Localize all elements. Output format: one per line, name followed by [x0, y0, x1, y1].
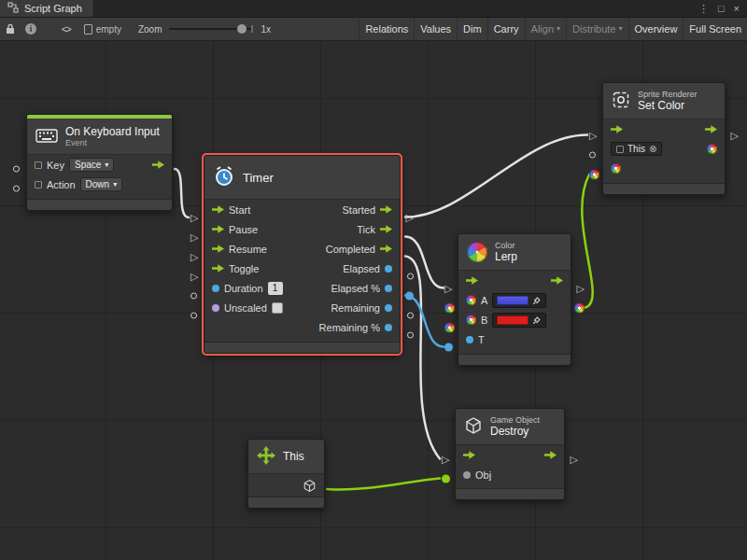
- pause-flow-in[interactable]: [212, 224, 224, 234]
- target-ext-port[interactable]: [589, 152, 596, 159]
- start-ext-port[interactable]: ▷: [190, 213, 198, 223]
- graph-canvas[interactable]: On Keyboard Input Event Key Space▾ Actio…: [0, 41, 747, 560]
- flow-out-ext-port[interactable]: ▷: [731, 131, 739, 141]
- overview-button[interactable]: Overview: [628, 18, 684, 40]
- toggle-flow-in[interactable]: [212, 263, 224, 273]
- elapsed-pct-value-out[interactable]: [385, 285, 392, 292]
- lock-icon[interactable]: [0, 18, 21, 40]
- started-flow-out[interactable]: [380, 204, 392, 215]
- duration-ext-port[interactable]: [190, 293, 197, 300]
- action-dropdown[interactable]: Down▾: [80, 177, 123, 191]
- elapsed-ext-port[interactable]: [407, 273, 414, 280]
- color-port-icon[interactable]: [707, 144, 717, 154]
- color-ext-port[interactable]: [589, 170, 599, 180]
- cube-icon: [464, 416, 483, 437]
- toggle-ext-port[interactable]: ▷: [190, 272, 198, 282]
- relations-button[interactable]: Relations: [359, 18, 414, 40]
- key-value-in-port[interactable]: [13, 166, 20, 173]
- remaining-value-out[interactable]: [385, 304, 392, 312]
- color-port-icon[interactable]: [466, 295, 476, 305]
- t-value-in[interactable]: [466, 336, 473, 343]
- key-dropdown[interactable]: Space▾: [69, 158, 114, 172]
- code-view-icon[interactable]: <>: [62, 24, 71, 35]
- wire-timer-tick-to-lerp[interactable]: [405, 237, 444, 288]
- flow-in-port[interactable]: [611, 124, 623, 134]
- obj-ext-port[interactable]: [442, 475, 450, 483]
- flow-out-port[interactable]: [544, 450, 557, 460]
- node-timer[interactable]: Timer StartStarted PauseTick ResumeCompl…: [204, 155, 401, 354]
- eyedropper-icon[interactable]: [532, 296, 542, 305]
- window-menu-icon[interactable]: ⋮: [698, 3, 709, 15]
- flow-in-ext-port[interactable]: ▷: [589, 131, 597, 141]
- info-icon[interactable]: i: [21, 18, 41, 40]
- action-value-in-port[interactable]: [13, 186, 20, 192]
- unity-script-graph-window: Script Graph ⋮ □ × i <> empty Zoom 1x Re…: [0, 0, 747, 560]
- unscaled-value-in[interactable]: [212, 304, 219, 312]
- zoom-slider-handle[interactable]: [237, 24, 247, 34]
- align-button[interactable]: Align▾: [525, 18, 566, 40]
- color-b-swatch[interactable]: [497, 315, 529, 325]
- resume-ext-port[interactable]: ▷: [190, 252, 198, 262]
- wire-timer-elapsedpct-to-lerp-t[interactable]: [405, 296, 444, 347]
- completed-flow-out[interactable]: [380, 244, 392, 254]
- flow-out-ext-port[interactable]: ▷: [577, 284, 585, 294]
- color-a-field[interactable]: [492, 293, 546, 308]
- flow-out-port[interactable]: [152, 160, 164, 170]
- started-ext-port[interactable]: ▷: [406, 213, 414, 223]
- target-object-field[interactable]: This⊗: [611, 142, 662, 156]
- dim-button[interactable]: Dim: [457, 18, 487, 40]
- obj-value-in[interactable]: [463, 471, 471, 479]
- remaining-ext-port[interactable]: [407, 313, 414, 319]
- node-set-color[interactable]: Sprite Renderer Set Color This⊗ ▷ ▷: [602, 82, 726, 195]
- duration-input[interactable]: 1: [268, 282, 283, 295]
- clear-target-icon[interactable]: ⊗: [649, 144, 656, 154]
- pause-ext-port[interactable]: ▷: [190, 232, 198, 243]
- wire-this-to-destroy-obj[interactable]: [327, 479, 440, 490]
- self-out-port[interactable]: [303, 479, 317, 493]
- color-in-port-icon[interactable]: [611, 163, 621, 174]
- node-color-lerp[interactable]: Color Lerp A B T ▷ ▷: [458, 233, 571, 366]
- duration-value-in[interactable]: [212, 285, 219, 292]
- result-ext-port[interactable]: [574, 303, 585, 314]
- remaining-pct-value-out[interactable]: [385, 324, 392, 331]
- distribute-button[interactable]: Distribute▾: [566, 18, 627, 40]
- wire-timer-started-to-setcolor[interactable]: [405, 135, 587, 217]
- cube-icon: [303, 479, 317, 493]
- values-button[interactable]: Values: [414, 18, 457, 40]
- flow-in-port[interactable]: [466, 275, 478, 286]
- flow-in-ext-port[interactable]: ▷: [444, 284, 452, 294]
- wire-keyboard-to-timer-start[interactable]: [175, 169, 189, 217]
- color-b-field[interactable]: [492, 313, 546, 328]
- elapsed-pct-ext-port[interactable]: [405, 292, 414, 301]
- eyedropper-icon[interactable]: [532, 315, 542, 325]
- a-ext-port[interactable]: [444, 303, 455, 314]
- flow-in-ext-port[interactable]: ▷: [442, 455, 449, 465]
- node-destroy[interactable]: Game Object Destroy Obj ▷ ▷: [455, 408, 565, 500]
- zoom-slider[interactable]: [169, 28, 253, 30]
- window-close-icon[interactable]: ×: [734, 3, 740, 15]
- flow-out-port[interactable]: [705, 124, 717, 134]
- resume-flow-in[interactable]: [212, 244, 224, 254]
- b-ext-port[interactable]: [444, 323, 455, 333]
- flow-in-port[interactable]: [463, 450, 475, 460]
- wire-timer-completed-to-destroy[interactable]: [405, 257, 440, 459]
- t-ext-port[interactable]: [444, 343, 453, 352]
- port-row-key: Key Space▾: [27, 155, 172, 175]
- elapsed-value-out[interactable]: [385, 265, 392, 273]
- unscaled-checkbox[interactable]: [272, 302, 283, 314]
- color-port-icon[interactable]: [466, 315, 476, 325]
- color-a-swatch[interactable]: [497, 296, 529, 305]
- remaining-pct-ext-port[interactable]: [407, 332, 414, 339]
- tab-script-graph[interactable]: Script Graph: [0, 0, 94, 17]
- carry-button[interactable]: Carry: [487, 18, 525, 40]
- node-this[interactable]: This: [247, 439, 325, 509]
- flow-out-ext-port[interactable]: ▷: [571, 455, 578, 465]
- start-flow-in[interactable]: [212, 204, 224, 215]
- unscaled-ext-port[interactable]: [190, 313, 197, 319]
- window-maximize-icon[interactable]: □: [718, 3, 725, 15]
- key-port-label: Key: [47, 160, 64, 171]
- node-on-keyboard-input[interactable]: On Keyboard Input Event Key Space▾ Actio…: [26, 114, 173, 211]
- flow-out-port[interactable]: [551, 275, 563, 286]
- tick-flow-out[interactable]: [380, 224, 392, 234]
- fullscreen-button[interactable]: Full Screen: [683, 18, 747, 40]
